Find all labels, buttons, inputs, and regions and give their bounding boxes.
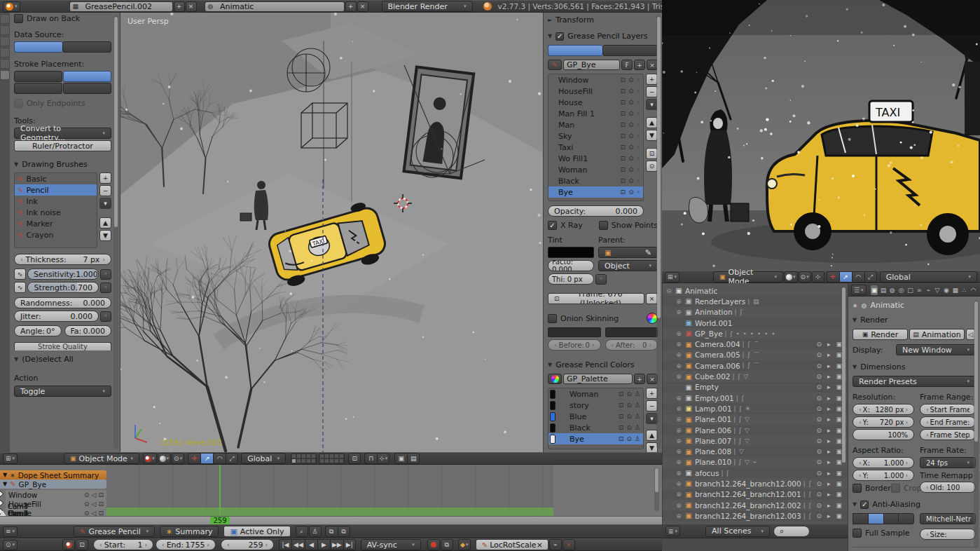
eye-icon[interactable]: ⊙ (628, 155, 634, 162)
timeline-editor-type-button[interactable]: ⊙▾ (3, 540, 18, 550)
lock-icon[interactable]: ⊡ (621, 166, 626, 173)
data-source-option[interactable] (62, 41, 111, 53)
draw-on-back-checkbox[interactable] (14, 14, 23, 23)
before-color-swatch[interactable] (548, 327, 601, 337)
dope-editor-type-button[interactable]: ≡▾ (3, 526, 18, 537)
selectable-toggle-cursor-icon[interactable]: ▸ (827, 362, 831, 369)
lock-range-button[interactable]: ⊡ (76, 539, 88, 550)
physics-tab[interactable]: ◠ (969, 285, 977, 295)
world-tab[interactable]: ◎ (897, 285, 905, 295)
data-source-option[interactable] (14, 41, 62, 53)
dope-scrollbar[interactable] (654, 468, 659, 511)
lock-icon[interactable]: ⊡ (621, 110, 626, 117)
outliner-row[interactable]: ⊕ ▣ Lamp.001 | ʃ ☀ ⊙ ▸ ▣ (663, 403, 848, 414)
outliner-row[interactable]: ⊕ ▣ Camera.005 | ʃ ⌒ ⊙ ▸ ▣ (663, 350, 848, 360)
gp-datablock-icon[interactable]: ✎ (548, 60, 562, 70)
gp-layer-row[interactable]: Wo Fill1 ⊡ ⊙ • (548, 153, 643, 164)
eye-icon[interactable]: ⊙ (628, 76, 634, 83)
lock-icon[interactable]: ⊡ (621, 144, 626, 151)
gp-layers-checkbox[interactable]: ✓ (555, 32, 564, 41)
fake-user-button[interactable]: F (621, 60, 633, 70)
outliner-row[interactable]: ⊕ ▣ Plane.007 | ʃ ▽ ⊙ ▸ ▣ (663, 435, 848, 446)
pin-icon[interactable]: ∗ (853, 302, 858, 309)
hide-toggle-eye-icon[interactable]: ⊙ (816, 405, 822, 412)
scene-field[interactable]: ◍▾ Animatic (205, 1, 345, 12)
strength-pressure-icon[interactable]: ∿ (14, 282, 26, 293)
xray-checkbox[interactable]: ✓ (548, 221, 557, 230)
full-sample-checkbox[interactable] (853, 529, 862, 538)
transform-panel-header[interactable]: ►Transform (548, 15, 658, 25)
aa-filter-select[interactable]: Mitchell-Netr (920, 513, 976, 524)
thickness-slider[interactable]: ‹Thickness:7 px› (14, 254, 111, 265)
delete-key-button[interactable]: × (563, 539, 575, 550)
gp-layer-row[interactable]: Bye ⊡ ⊙ • (548, 186, 643, 198)
object-tab[interactable]: □ (906, 285, 914, 295)
ruler-protractor-button[interactable]: Ruler/Protractor (14, 140, 111, 151)
ghost-icon[interactable]: ♙ (635, 402, 640, 409)
palette-name-field[interactable]: GP_Palette (563, 374, 633, 384)
border-checkbox[interactable] (853, 484, 862, 493)
lock-icon[interactable]: ⊡ (621, 189, 626, 196)
gp-color-row[interactable]: Black ⊡ ⊙ ♙ (548, 422, 643, 433)
eyedropper-icon[interactable]: ✎ (645, 248, 651, 257)
shading-select[interactable]: ▾ (158, 453, 172, 464)
outliner-display-select[interactable]: All Scenes▾ (705, 526, 770, 537)
insert-key-button[interactable]: ⌁ (549, 539, 562, 550)
camera-preview-viewport[interactable]: TAXI (662, 0, 980, 271)
eye-icon[interactable]: ⊙ (626, 402, 632, 409)
add-brush-button[interactable]: + (99, 172, 111, 184)
lock-icon[interactable]: ⊡ (621, 132, 626, 140)
before-frames-slider[interactable]: ‹Before:0› (548, 339, 601, 351)
preview-manip-rotate-button[interactable]: ◠ (852, 271, 864, 283)
expand-icon[interactable]: ⊕ (675, 448, 682, 455)
next-keyframe-button[interactable]: ▶▶ (330, 539, 343, 550)
expand-icon[interactable]: ⊕ (675, 427, 682, 434)
selectable-toggle-cursor-icon[interactable]: ▸ (827, 512, 831, 519)
expand-icon[interactable]: ⊕ (675, 405, 682, 412)
auto-key-select[interactable]: ◆▾ (458, 539, 471, 550)
ghost-icon[interactable]: ♙ (635, 390, 640, 397)
gp-layer-row[interactable]: Man Fill 1 ⊡ ⊙ • (548, 108, 643, 119)
preview-snap-button[interactable]: ⊹ (812, 271, 824, 283)
gp-color-row[interactable]: story ⊡ ⊙ ♙ (548, 400, 643, 411)
summary-toggle[interactable]: ∗Summary (160, 526, 219, 537)
selectable-toggle-cursor-icon[interactable]: ▸ (827, 470, 831, 477)
keying-set-field[interactable]: ✎ LocRotScale× (476, 539, 548, 550)
eye-icon[interactable]: ⊙ (628, 166, 634, 173)
outliner-row[interactable]: ⊕ ▣ Camera.004 | ʃ ⌒ ⊙ ▸ ▣ (663, 339, 848, 349)
anti-aliasing-panel-header[interactable]: ▼✓Anti-Aliasing (853, 500, 976, 509)
manipulator-translate-button[interactable]: ✛ (188, 453, 200, 464)
jump-to-start-button[interactable]: |◀ (279, 539, 291, 550)
stroke-placement-option[interactable] (14, 71, 62, 82)
sensitivity-pressure-icon[interactable]: ∿ (14, 268, 26, 280)
tint-color-swatch[interactable] (548, 247, 594, 258)
angle-slider[interactable]: Angle:0° (14, 325, 62, 336)
gp-layer-row[interactable]: Black ⊡ ⊙ • (548, 175, 643, 186)
lock-icon[interactable]: ⊡ (621, 177, 626, 184)
lock-icon[interactable]: ⊡ (98, 491, 104, 498)
lock-camera-button[interactable]: ⊡ (348, 453, 361, 464)
selectable-toggle-cursor-icon[interactable]: ▸ (827, 448, 831, 455)
expand-icon[interactable]: ⊕ (675, 351, 682, 358)
show-points-checkbox[interactable] (599, 221, 608, 230)
outliner-row[interactable]: ⊕ ▣ branch12.264_branch12.000 | ʃ ⊙ ▸ ▣ (663, 478, 848, 489)
brush-list-item[interactable]: ✎Ink (15, 196, 97, 207)
hide-toggle-eye-icon[interactable]: ⊙ (816, 491, 822, 498)
outliner-row[interactable]: ⊕ ▣ GP_Bye | ʃ • • • • • • ⊙ ▸ ▣ (663, 328, 848, 339)
manipulator-active-button[interactable]: ↗ (200, 453, 213, 464)
record-button[interactable] (427, 539, 440, 550)
hide-toggle-eye-icon[interactable]: ⊙ (816, 437, 822, 444)
expand-icon[interactable]: ⊕ (675, 491, 682, 498)
scene-tab[interactable]: ◍ (888, 285, 896, 295)
time-ruler[interactable]: 259 (0, 516, 662, 524)
gp-color-row[interactable]: Bye ⊡ ⊙ ♙ (548, 433, 643, 444)
expand-icon[interactable]: ⊕ (675, 512, 682, 519)
orientation-select[interactable]: Global▾ (241, 453, 286, 464)
selectable-toggle-cursor-icon[interactable]: ▸ (827, 341, 831, 348)
current-frame-badge[interactable]: 259 (210, 517, 230, 524)
move-brush-up-button[interactable]: ▲ (99, 217, 111, 229)
material-tab[interactable]: ◉ (942, 285, 950, 295)
hide-toggle-eye-icon[interactable]: ⊙ (816, 395, 822, 402)
stroke-quality-button[interactable]: Stroke Quality (14, 342, 111, 351)
fa-slider[interactable]: Fa:0.000 (64, 325, 112, 336)
